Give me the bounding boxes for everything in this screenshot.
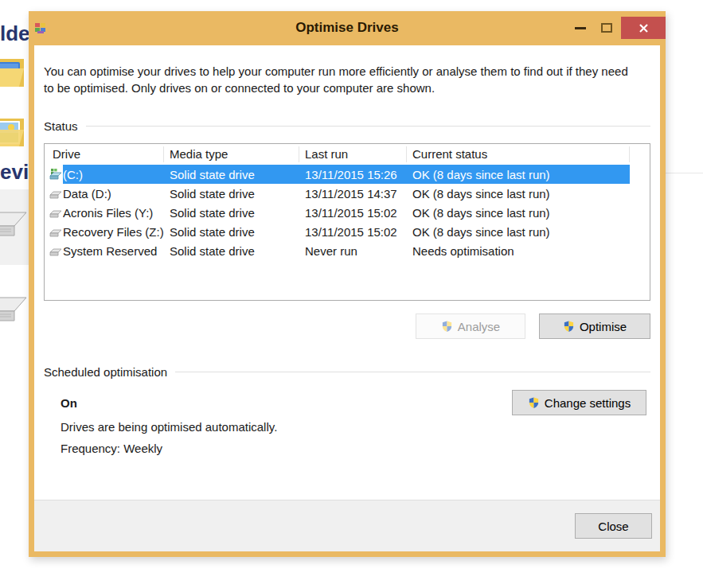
maximize-icon[interactable] bbox=[601, 23, 612, 33]
schedule-section-label: Scheduled optimisation bbox=[44, 365, 167, 379]
schedule-frequency: Frequency: Weekly bbox=[61, 442, 650, 455]
window-title: Optimise Drives bbox=[29, 20, 666, 36]
cell-lastrun: 13/11/2015 15:26 bbox=[299, 168, 407, 181]
cell-status: OK (8 days since last run) bbox=[407, 187, 630, 201]
cell-drive: Acronis Files (Y:) bbox=[63, 206, 164, 220]
change-settings-label: Change settings bbox=[545, 396, 631, 410]
cell-media: Solid state drive bbox=[164, 168, 299, 181]
status-divider bbox=[86, 126, 650, 127]
column-header-status[interactable]: Current status bbox=[407, 146, 630, 162]
cell-lastrun: 13/11/2015 14:37 bbox=[299, 187, 407, 201]
drives-table[interactable]: Drive Media type Last run Current status bbox=[44, 143, 650, 301]
analyse-button-label: Analyse bbox=[458, 320, 500, 333]
column-header-media[interactable]: Media type bbox=[164, 146, 299, 162]
status-section-label: Status bbox=[44, 119, 78, 133]
cell-status: Needs optimisation bbox=[407, 244, 630, 258]
minimize-icon[interactable] bbox=[575, 27, 586, 29]
cell-status: OK (8 days since last run) bbox=[407, 168, 630, 181]
optimise-button[interactable]: Optimise bbox=[539, 313, 650, 339]
table-row[interactable]: Data (D:) Solid state drive 13/11/2015 1… bbox=[45, 184, 650, 203]
column-header-drive[interactable]: Drive bbox=[45, 146, 164, 162]
drive-icon bbox=[49, 225, 62, 239]
cell-status: OK (8 days since last run) bbox=[407, 206, 630, 220]
table-row[interactable]: Acronis Files (Y:) Solid state drive 13/… bbox=[45, 203, 650, 222]
cell-status: OK (8 days since last run) bbox=[407, 225, 630, 239]
pictures-folder-icon[interactable] bbox=[0, 109, 25, 150]
cell-media: Solid state drive bbox=[164, 244, 299, 258]
cell-media: Solid state drive bbox=[164, 225, 299, 239]
optimise-drives-window: Optimise Drives You can optimise your dr… bbox=[29, 11, 666, 557]
bg-window-divider bbox=[666, 173, 703, 173]
close-button[interactable]: Close bbox=[575, 513, 652, 539]
cell-drive: Recovery Files (Z:) bbox=[63, 225, 164, 239]
close-button-label: Close bbox=[598, 520, 628, 533]
cell-media: Solid state drive bbox=[164, 206, 299, 220]
change-settings-button[interactable]: Change settings bbox=[512, 390, 646, 415]
desktop-folder-icon[interactable] bbox=[0, 49, 25, 91]
close-window-button[interactable] bbox=[621, 17, 666, 39]
system-drive-icon bbox=[49, 168, 62, 181]
analyse-button[interactable]: Analyse bbox=[416, 313, 525, 339]
schedule-divider bbox=[175, 372, 650, 372]
cell-drive: Data (D:) bbox=[63, 187, 164, 201]
uac-shield-icon bbox=[563, 320, 575, 333]
cell-lastrun: 13/11/2015 15:02 bbox=[299, 206, 407, 220]
close-icon bbox=[639, 23, 649, 33]
dialog-footer: Close bbox=[34, 500, 660, 551]
cell-lastrun: Never run bbox=[299, 244, 407, 258]
table-row[interactable]: System Reserved Solid state drive Never … bbox=[45, 241, 650, 260]
titlebar[interactable]: Optimise Drives bbox=[29, 11, 666, 45]
uac-shield-icon bbox=[528, 396, 540, 409]
optimise-button-label: Optimise bbox=[580, 320, 627, 333]
cell-media: Solid state drive bbox=[164, 187, 299, 201]
cell-drive: System Reserved bbox=[63, 244, 164, 258]
cell-lastrun: 13/11/2015 15:02 bbox=[299, 225, 407, 239]
table-row[interactable]: Recovery Files (Z:) Solid state drive 13… bbox=[45, 222, 650, 241]
uac-shield-icon bbox=[441, 320, 453, 333]
drive-icon bbox=[49, 206, 62, 220]
schedule-description: Drives are being optimised automatically… bbox=[61, 420, 650, 434]
hard-drive-icon[interactable] bbox=[0, 290, 29, 327]
column-header-lastrun[interactable]: Last run bbox=[299, 146, 407, 162]
cell-drive: (C:) bbox=[63, 168, 164, 181]
table-header[interactable]: Drive Media type Last run Current status bbox=[45, 144, 650, 165]
table-row[interactable]: (C:) Solid state drive 13/11/2015 15:26 … bbox=[45, 165, 650, 184]
intro-text: You can optimise your drives to help you… bbox=[44, 63, 639, 96]
drive-icon bbox=[49, 244, 62, 258]
bg-group-heading-folders: lde bbox=[0, 21, 30, 46]
hard-drive-icon[interactable] bbox=[0, 205, 29, 242]
drive-icon bbox=[49, 187, 62, 201]
